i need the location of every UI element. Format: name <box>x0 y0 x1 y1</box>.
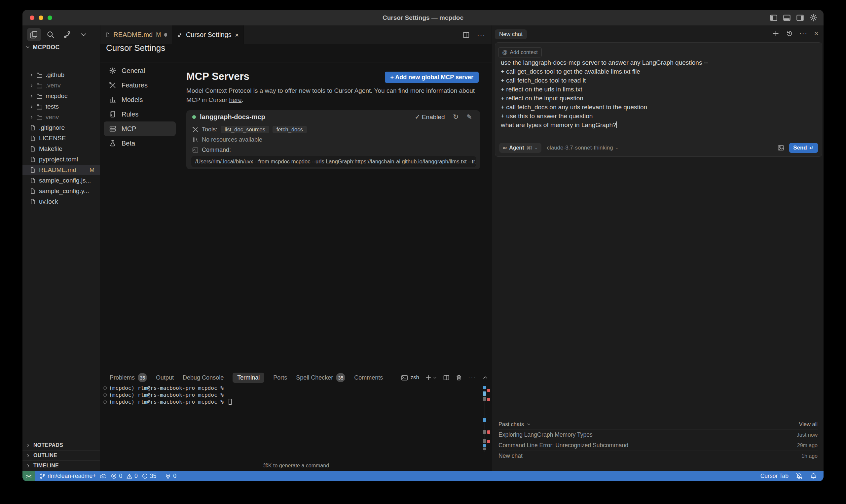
tree-item-tests[interactable]: tests <box>22 101 100 112</box>
panel-tab-spell-checker[interactable]: Spell Checker35 <box>296 373 345 382</box>
tree-item-makefile[interactable]: Makefile <box>22 144 100 154</box>
tree-item-readme[interactable]: README.md M <box>22 165 100 175</box>
panel-tab-ports[interactable]: Ports <box>273 374 287 381</box>
scroll-mark <box>483 392 486 396</box>
past-chats-toggle[interactable]: Past chats <box>499 421 531 428</box>
server-refresh-icon[interactable]: ↻ <box>453 113 459 121</box>
send-button[interactable]: Send ↵ <box>789 143 818 153</box>
add-mcp-server-button[interactable]: + Add new global MCP server <box>385 72 479 83</box>
chat-tab-new-chat[interactable]: New chat <box>495 29 527 39</box>
tree-item-venv-hidden[interactable]: .venv <box>22 80 100 91</box>
settings-nav-beta[interactable]: Beta <box>104 136 176 150</box>
toggle-left-sidebar-icon[interactable] <box>770 14 778 22</box>
past-chat-item[interactable]: New chat 1h ago <box>499 451 817 461</box>
add-context-chip[interactable]: @ Add context <box>498 47 542 57</box>
infinity-icon: ∞ <box>503 145 507 151</box>
close-chat-icon[interactable]: × <box>814 29 818 37</box>
search-icon[interactable] <box>44 28 57 41</box>
panel-tab-problems[interactable]: Problems35 <box>110 373 147 382</box>
close-tab-icon[interactable]: × <box>235 31 239 39</box>
root-folder-label: MCPDOC <box>33 44 60 51</box>
split-editor-icon[interactable] <box>463 31 470 39</box>
problems-status-item[interactable]: 0 0 35 <box>111 473 156 480</box>
chevron-down-icon: ⌄ <box>535 146 538 150</box>
source-control-icon[interactable] <box>60 28 74 41</box>
tab-readme[interactable]: README.md M <box>100 25 172 44</box>
ai-muted-icon[interactable] <box>796 473 803 480</box>
kill-terminal-icon[interactable] <box>455 374 462 381</box>
shell-name: zsh <box>411 374 419 381</box>
chat-input-card[interactable]: @ Add context use the langgraph-docs-mcp… <box>495 42 822 157</box>
cursor-tab-status-item[interactable]: Cursor Tab <box>760 473 789 480</box>
settings-gear-icon[interactable] <box>809 14 817 22</box>
tree-item-gitignore[interactable]: .gitignore <box>22 123 100 133</box>
new-terminal-icon[interactable] <box>425 374 437 381</box>
resources-status: No resources available <box>202 136 262 143</box>
tree-item-venv[interactable]: venv <box>22 112 100 123</box>
ports-status-item[interactable]: 0 <box>165 473 176 480</box>
panel-more-actions-icon[interactable]: ··· <box>468 374 476 381</box>
sidebar-section-notepads[interactable]: NOTEPADS <box>22 440 100 450</box>
spell-checker-count-badge: 35 <box>336 373 345 382</box>
agent-mode-selector[interactable]: ∞ Agent ⌘I ⌄ <box>499 143 541 153</box>
toggle-bottom-panel-icon[interactable] <box>783 14 791 22</box>
terminal-shell-icon[interactable]: zsh <box>401 374 419 381</box>
tree-item-license[interactable]: LICENSE <box>22 133 100 144</box>
git-branch-item[interactable]: rlm/clean-readme+ <box>39 473 106 480</box>
settings-nav-models[interactable]: Models <box>104 92 176 107</box>
new-chat-plus-icon[interactable] <box>772 30 779 37</box>
enter-key-icon: ↵ <box>809 145 814 151</box>
problems-count-badge: 35 <box>138 373 147 382</box>
tree-item-sample-config-y[interactable]: sample_config.y... <box>22 186 100 196</box>
server-enabled-toggle[interactable]: ✓ Enabled <box>415 113 445 121</box>
panel-tab-comments[interactable]: Comments <box>354 374 383 381</box>
settings-nav-rules[interactable]: Rules <box>104 107 176 122</box>
explorer-files-icon[interactable] <box>27 28 41 41</box>
server-edit-icon[interactable]: ✎ <box>466 113 472 121</box>
command-label: Command: <box>202 146 231 154</box>
explorer-sidebar: MCPDOC .github .venv mcpdoc tests venv <box>22 25 100 471</box>
chat-history-icon[interactable] <box>786 30 793 37</box>
tree-item-pyproject[interactable]: pyproject.toml <box>22 154 100 165</box>
chat-message-input[interactable]: use the langgraph-docs-mcp server to ans… <box>501 58 815 129</box>
settings-nav-mcp[interactable]: MCP <box>104 122 176 136</box>
divider <box>100 62 491 62</box>
panel-tab-debug-console[interactable]: Debug Console <box>183 374 224 381</box>
editor-area: README.md M Cursor Settings × ··· Cursor… <box>100 25 491 471</box>
more-views-chevron-icon[interactable] <box>76 28 90 41</box>
notifications-bell-icon[interactable] <box>810 473 817 480</box>
past-chat-item[interactable]: Command Line Error: Unrecognized Subcomm… <box>499 440 817 451</box>
remote-indicator[interactable]: >< <box>22 471 35 481</box>
server-status-dot <box>192 115 196 119</box>
model-selector[interactable]: claude-3.7-sonnet-thinking ⌄ <box>547 145 618 151</box>
command-status-icon <box>103 393 107 397</box>
past-chat-item[interactable]: Exploring LangGraph Memory Types Just no… <box>499 429 817 440</box>
scroll-mark <box>483 448 486 450</box>
sidebar-section-outline[interactable]: OUTLINE <box>22 450 100 461</box>
editor-more-actions-icon[interactable]: ··· <box>477 31 486 39</box>
view-all-link[interactable]: View all <box>799 421 817 428</box>
maximize-panel-chevron-icon[interactable] <box>482 375 488 381</box>
scroll-mark <box>487 398 490 401</box>
tab-cursor-settings[interactable]: Cursor Settings × <box>172 25 244 44</box>
settings-nav-features[interactable]: Features <box>104 78 176 92</box>
split-terminal-icon[interactable] <box>443 374 450 381</box>
tree-item-mcpdoc[interactable]: mcpdoc <box>22 91 100 101</box>
app-window: Cursor Settings — mcpdoc MCPDOC .github <box>22 10 824 481</box>
mcp-docs-link[interactable]: here <box>229 96 242 103</box>
terminal-output[interactable]: (mcpdoc) rlm@rs-macbook-pro mcpdoc % (mc… <box>103 384 478 405</box>
terminal-hint: ⌘K to generate a command <box>100 463 491 469</box>
toggle-right-sidebar-icon[interactable] <box>796 14 804 22</box>
sidebar-section-timeline[interactable]: TIMELINE <box>22 461 100 471</box>
command-status-icon <box>103 400 107 404</box>
chat-more-actions-icon[interactable]: ··· <box>799 30 808 37</box>
tree-item-github[interactable]: .github <box>22 70 100 80</box>
tree-item-uv-lock[interactable]: uv.lock <box>22 196 100 207</box>
scroll-mark <box>487 440 490 443</box>
explorer-root-folder[interactable]: MCPDOC <box>22 42 100 52</box>
settings-nav-general[interactable]: General <box>104 64 176 78</box>
tree-item-sample-config-js[interactable]: sample_config.js... <box>22 175 100 186</box>
panel-tab-terminal[interactable]: Terminal <box>232 373 264 383</box>
attach-image-icon[interactable] <box>777 144 784 151</box>
panel-tab-output[interactable]: Output <box>156 374 174 381</box>
